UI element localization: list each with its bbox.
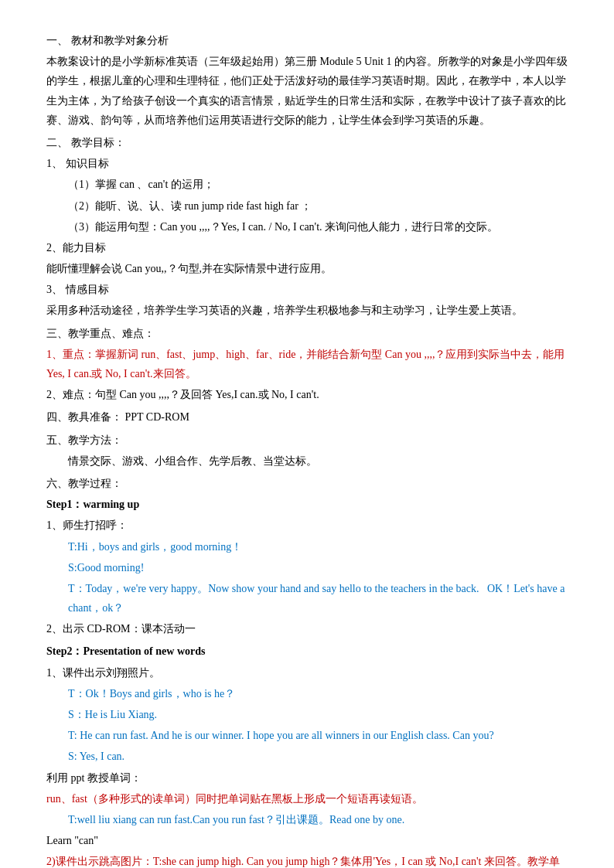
step1-item2: 2、出示 CD-ROM：课本活动一 xyxy=(46,619,568,638)
section2-sub3-item1: 采用多种活动途径，培养学生学习英语的兴趣，培养学生积极地参与和主动学习，让学生爱… xyxy=(46,301,568,320)
step1-item1: 1、师生打招呼： xyxy=(46,516,568,535)
section5-heading: 五、教学方法： xyxy=(46,431,568,450)
section1-para1: 本教案设计的是小学新标准英语（三年级起始用）第三册 Module 5 Unit … xyxy=(46,52,568,130)
section2-sub1-item1: （1）掌握 can 、can't 的运用； xyxy=(46,175,568,194)
step2-item5-red: 2)课件出示跳高图片：T:she can jump high. Can you … xyxy=(46,856,560,868)
section2-sub2-label: 2、能力目标 xyxy=(46,238,568,257)
step1-dialog3: T：Today，we're very happy。Now show your h… xyxy=(46,579,568,618)
section2-sub2-item1: 能听懂理解会说 Can you,,？句型,并在实际情景中进行应用。 xyxy=(46,259,568,278)
section3-item1: 1、重点：掌握新词 run、fast、jump、high、far、ride，并能… xyxy=(46,345,568,383)
step1-dialog1: T:Hi，boys and girls，good morning！ xyxy=(46,537,568,557)
section2-sub1-item3: （3）能运用句型：Can you ,,,,？Yes, I can. / No, … xyxy=(46,217,568,237)
step2-item3: run、fast（多种形式的读单词）同时把单词贴在黑板上形成一个短语再读短语。 xyxy=(46,789,568,808)
section3-item2: 2、难点：句型 Can you ,,,,？及回答 Yes,I can.或 No,… xyxy=(46,385,568,404)
step2-dialog3: T: He can run fast. And he is our winner… xyxy=(46,726,568,745)
section5-item1: 情景交际、游戏、小组合作、先学后教、当堂达标。 xyxy=(46,451,568,471)
step2-item1: 1、课件出示刘翔照片。 xyxy=(46,663,568,682)
step1-dialog2: S:Good morning! xyxy=(46,558,568,577)
section2-sub1-item2: （2）能听、说、认、读 run jump ride fast high far … xyxy=(46,196,568,216)
step2-header: Step2：Presentation of new words xyxy=(46,642,568,661)
section4-heading: 四、教具准备： PPT CD-ROM xyxy=(46,407,568,427)
section6-heading: 六、教学过程： xyxy=(46,474,568,493)
step2-header-text: Step2：Presentation of new words xyxy=(46,645,205,657)
document-content: 一、 教材和教学对象分析 本教案设计的是小学新标准英语（三年级起始用）第三册 M… xyxy=(46,31,568,868)
step2-dialog2: S：He is Liu Xiang. xyxy=(46,705,568,724)
section3-heading: 三、教学重点、难点： xyxy=(46,324,568,343)
step2-item3-red: run、fast（多种形式的读单词）同时把单词贴在黑板上形成一个短语再读短语。 xyxy=(46,793,423,805)
step1-header: Step1：warming up xyxy=(46,495,568,514)
section2-heading: 二、 教学目标： xyxy=(46,133,568,152)
step2-item5: 2)课件出示跳高图片：T:she can jump high. Can you … xyxy=(46,852,568,868)
section3-item1-red: 1、重点：掌握新词 run、fast、jump、high、far、ride，并能… xyxy=(46,349,565,380)
section2-sub3-label: 3、 情感目标 xyxy=(46,280,568,299)
section1-heading: 一、 教材和教学对象分析 xyxy=(46,31,568,50)
section2-sub1-label: 1、 知识目标 xyxy=(46,154,568,173)
step1-header-text: Step1：warming up xyxy=(46,499,139,510)
step2-dialog5: T:well liu xiang can run fast.Can you ru… xyxy=(46,810,568,829)
step2-dialog4: S: Yes, I can. xyxy=(46,747,568,766)
step2-item2: 利用 ppt 教授单词： xyxy=(46,768,568,788)
step2-item4: Learn "can" xyxy=(46,831,568,850)
step2-dialog1: T：Ok！Boys and girls，who is he？ xyxy=(46,684,568,703)
